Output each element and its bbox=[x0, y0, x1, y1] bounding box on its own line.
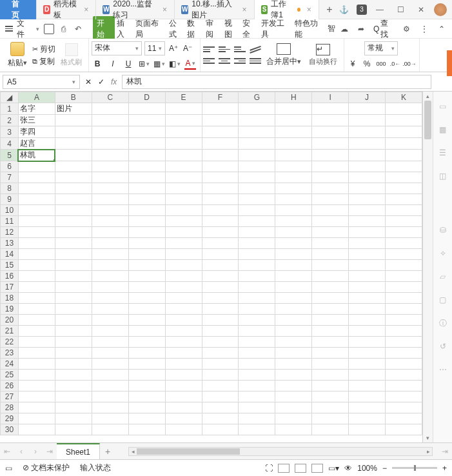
cell[interactable] bbox=[386, 194, 422, 205]
cell[interactable] bbox=[165, 293, 202, 304]
cell[interactable] bbox=[349, 183, 386, 194]
cell[interactable] bbox=[202, 126, 239, 138]
cell[interactable] bbox=[92, 216, 128, 227]
cell[interactable] bbox=[128, 402, 165, 413]
share-icon[interactable]: ➦ bbox=[356, 23, 367, 35]
cell[interactable] bbox=[55, 161, 92, 172]
cell[interactable] bbox=[349, 315, 386, 326]
align-left-icon[interactable] bbox=[203, 57, 215, 66]
cell[interactable] bbox=[202, 238, 239, 249]
cell[interactable] bbox=[386, 172, 422, 183]
cell[interactable] bbox=[92, 326, 128, 337]
doc-tab[interactable]: S工作簿1× bbox=[255, 0, 319, 19]
cell[interactable] bbox=[275, 293, 312, 304]
confirm-edit-icon[interactable]: ✓ bbox=[98, 77, 104, 86]
cell[interactable] bbox=[92, 150, 128, 161]
cell[interactable] bbox=[92, 172, 128, 183]
cell[interactable] bbox=[386, 315, 422, 326]
cell[interactable] bbox=[386, 271, 422, 282]
cell[interactable] bbox=[239, 227, 275, 238]
align-bottom-icon[interactable] bbox=[234, 45, 246, 54]
cell[interactable] bbox=[275, 161, 312, 172]
cell[interactable] bbox=[165, 271, 202, 282]
cell[interactable] bbox=[92, 392, 128, 402]
cell[interactable] bbox=[165, 282, 202, 293]
cell[interactable] bbox=[128, 381, 165, 392]
user-avatar[interactable] bbox=[434, 3, 447, 16]
cell[interactable] bbox=[312, 138, 349, 150]
cell[interactable] bbox=[239, 359, 275, 370]
cell[interactable] bbox=[349, 216, 386, 227]
spreadsheet-grid[interactable]: ◢ABCDEFGHIJK1名字图片2张三3李四4赵言5林凯67891011121… bbox=[0, 92, 422, 442]
cell[interactable] bbox=[239, 402, 275, 413]
row-header[interactable]: 1 bbox=[1, 103, 19, 115]
cell[interactable] bbox=[349, 205, 386, 216]
cell[interactable] bbox=[312, 315, 349, 326]
cell[interactable] bbox=[275, 238, 312, 249]
cell[interactable] bbox=[55, 150, 92, 161]
cell[interactable] bbox=[312, 238, 349, 249]
cell[interactable] bbox=[92, 227, 128, 238]
cell[interactable] bbox=[349, 227, 386, 238]
col-header[interactable]: E bbox=[165, 92, 202, 103]
select-tool-icon[interactable]: ▭ bbox=[437, 101, 449, 112]
border-button[interactable]: ⊞▾ bbox=[138, 58, 150, 70]
cell[interactable] bbox=[55, 304, 92, 315]
cell[interactable] bbox=[92, 381, 128, 392]
cell[interactable] bbox=[18, 194, 55, 205]
cell[interactable] bbox=[55, 337, 92, 348]
cell[interactable] bbox=[202, 315, 239, 326]
horizontal-scrollbar[interactable]: ◂ ▸ bbox=[128, 447, 433, 456]
cell[interactable] bbox=[165, 161, 202, 172]
fill-color-button[interactable]: ◧▾ bbox=[169, 58, 181, 70]
cell[interactable] bbox=[386, 293, 422, 304]
col-header[interactable]: D bbox=[128, 92, 165, 103]
cell[interactable] bbox=[239, 260, 275, 271]
maximize-icon[interactable]: ☐ bbox=[393, 2, 408, 17]
number-format-select[interactable]: 常规▾ bbox=[364, 41, 398, 55]
cell[interactable] bbox=[386, 183, 422, 194]
row-header[interactable]: 10 bbox=[1, 205, 19, 216]
cell[interactable] bbox=[55, 381, 92, 392]
menu-overflow-icon[interactable]: ⚓ bbox=[336, 2, 351, 17]
cell[interactable] bbox=[386, 150, 422, 161]
cell[interactable] bbox=[239, 282, 275, 293]
cell[interactable] bbox=[386, 402, 422, 413]
cell[interactable] bbox=[386, 424, 422, 435]
cell[interactable] bbox=[92, 282, 128, 293]
cell[interactable] bbox=[92, 413, 128, 424]
cell[interactable] bbox=[386, 282, 422, 293]
cell[interactable] bbox=[386, 216, 422, 227]
cell[interactable] bbox=[202, 227, 239, 238]
cell[interactable] bbox=[55, 216, 92, 227]
cell[interactable] bbox=[92, 161, 128, 172]
cell[interactable] bbox=[202, 216, 239, 227]
cell[interactable] bbox=[92, 315, 128, 326]
cell[interactable] bbox=[55, 172, 92, 183]
cell[interactable] bbox=[349, 103, 386, 115]
cell[interactable] bbox=[275, 348, 312, 359]
cell[interactable] bbox=[275, 205, 312, 216]
cell[interactable] bbox=[165, 381, 202, 392]
cell[interactable] bbox=[349, 271, 386, 282]
cell[interactable] bbox=[92, 271, 128, 282]
zoom-slider[interactable] bbox=[392, 467, 437, 469]
cell[interactable] bbox=[18, 249, 55, 260]
cell[interactable] bbox=[202, 138, 239, 150]
cell[interactable] bbox=[349, 138, 386, 150]
cell[interactable] bbox=[386, 249, 422, 260]
cell[interactable] bbox=[386, 381, 422, 392]
cell[interactable] bbox=[92, 424, 128, 435]
cell[interactable] bbox=[92, 260, 128, 271]
cell[interactable] bbox=[55, 424, 92, 435]
cell[interactable] bbox=[239, 103, 275, 115]
zoom-in-icon[interactable]: + bbox=[442, 464, 447, 473]
image-icon[interactable]: ▢ bbox=[437, 294, 449, 306]
align-center-icon[interactable] bbox=[219, 57, 230, 66]
cell[interactable]: 图片 bbox=[55, 103, 92, 115]
cell[interactable] bbox=[275, 138, 312, 150]
cell[interactable] bbox=[275, 381, 312, 392]
cell[interactable] bbox=[165, 315, 202, 326]
cell[interactable] bbox=[349, 126, 386, 138]
cell[interactable] bbox=[165, 138, 202, 150]
